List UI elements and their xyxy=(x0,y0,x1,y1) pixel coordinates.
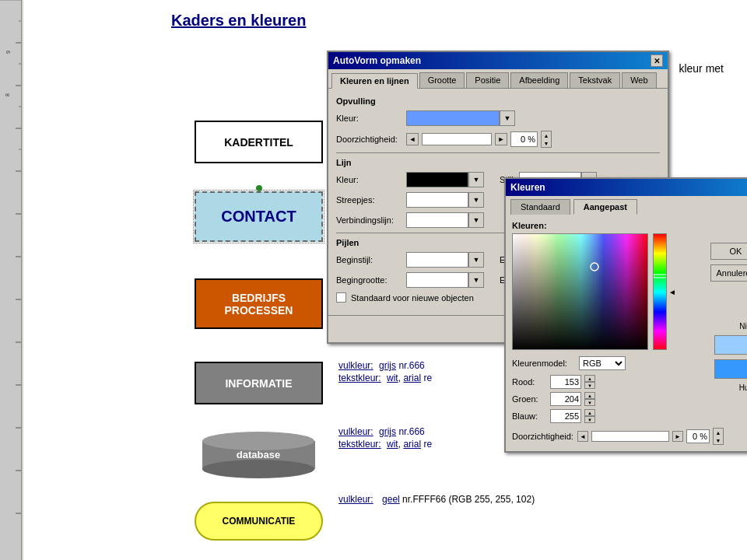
kleuren-doorzichtigheid-label: Doorzichtigheid: xyxy=(512,432,574,441)
beginstijl-control[interactable] xyxy=(406,252,468,268)
kleur-swatch[interactable] xyxy=(406,110,500,126)
blauw-label: Blauw: xyxy=(512,411,547,421)
trans-left-arrow[interactable]: ◄ xyxy=(577,431,588,442)
kleur-label: Kleur: xyxy=(336,114,406,123)
svg-rect-25 xyxy=(513,234,648,350)
tab-aangepast[interactable]: Aangepast xyxy=(573,199,637,215)
kleuren-annuleren-btn[interactable]: Annuleren xyxy=(710,264,747,282)
tab-afbeelding[interactable]: Afbeelding xyxy=(510,72,568,88)
shape-kadertitel[interactable]: KADERTITEL xyxy=(195,121,323,163)
tab-web[interactable]: Web xyxy=(622,72,656,88)
svg-point-21 xyxy=(202,460,314,478)
page-title: Kaders en kleuren xyxy=(171,12,306,29)
streepjes-label: Streepjes: xyxy=(336,195,406,205)
lijn-kleur-label: Kleur: xyxy=(336,175,406,184)
shape-database[interactable]: database xyxy=(198,432,319,478)
trans-spin[interactable]: ▲ ▼ xyxy=(713,428,724,445)
doorzichtigheid-spin[interactable]: ▲ ▼ xyxy=(541,131,552,148)
standaard-label: Standaard voor nieuwe objecten xyxy=(351,293,474,303)
tab-kleuren-lijnen[interactable]: Kleuren en lijnen xyxy=(331,73,418,89)
kleuren-titlebar: Kleuren ✕ xyxy=(506,179,747,196)
trans-right-arrow[interactable]: ► xyxy=(672,431,683,442)
standaard-checkbox[interactable] xyxy=(336,292,346,303)
desc-block-database: vulkleur: grijs nr.666 tekstkleur: wit, … xyxy=(338,426,432,451)
groen-label: Groen: xyxy=(512,394,547,404)
shape-informatie[interactable]: INFORMATIE xyxy=(195,362,323,404)
streepjes-control[interactable] xyxy=(406,192,468,208)
kleur-dropdown[interactable]: ▼ xyxy=(500,110,515,126)
autovorm-close-btn[interactable]: ✕ xyxy=(651,54,663,67)
begingrootte-control[interactable] xyxy=(406,272,468,288)
tab-standaard[interactable]: Standaard xyxy=(510,199,570,215)
doorzichtigheid-label: Doorzichtigheid: xyxy=(336,135,406,144)
tab-positie[interactable]: Positie xyxy=(466,72,509,88)
streepjes-dropdown[interactable]: ▼ xyxy=(468,192,484,208)
rood-label: Rood: xyxy=(512,377,547,387)
kleuren-dialog: Kleuren ✕ Standaard Aangepast Kleuren: xyxy=(504,177,747,453)
kleurenmodel-label: Kleurenmodel: xyxy=(512,359,574,368)
lijn-kleur-swatch[interactable] xyxy=(406,172,468,187)
nieuw-label: Nieuw xyxy=(739,322,747,331)
rood-input[interactable] xyxy=(550,375,581,389)
tab-tekstvak[interactable]: Tekstvak xyxy=(570,72,620,88)
trans-track[interactable] xyxy=(591,431,669,442)
groen-input[interactable] xyxy=(550,392,581,406)
color-gradient-area[interactable] xyxy=(512,233,648,350)
beginstijl-label: Beginstijl: xyxy=(336,255,406,264)
shape-bedrijfs[interactable]: BEDRIJFS PROCESSEN xyxy=(195,278,323,329)
doorzichtigheid-input[interactable]: 0 % xyxy=(510,131,538,147)
svg-text:8: 8 xyxy=(5,93,10,96)
verbindingslijn-label: Verbindingslijn: xyxy=(336,215,406,225)
begingrootte-dropdown[interactable]: ▼ xyxy=(468,272,484,288)
kleur-met-label: kleur met xyxy=(679,62,724,75)
verbindingslijn-dropdown[interactable]: ▼ xyxy=(468,212,484,228)
lijn-label: Lijn xyxy=(336,158,660,167)
svg-text:database: database xyxy=(237,449,280,460)
slider-left-arrow[interactable]: ◄ xyxy=(406,133,419,145)
contact-green-dot xyxy=(256,185,262,191)
autovorm-tabs: Kleuren en lijnen Grootte Positie Afbeel… xyxy=(328,69,668,89)
groen-spin[interactable]: ▲ ▼ xyxy=(584,392,595,406)
swatch-huidig xyxy=(714,359,747,379)
kleuren-ok-btn[interactable]: OK xyxy=(710,243,747,260)
rood-spin[interactable]: ▲ ▼ xyxy=(584,375,595,389)
autovorm-titlebar: AutoVorm opmaken ✕ xyxy=(328,52,668,69)
kleuren-kleuren-label: Kleuren: xyxy=(512,221,747,230)
svg-point-20 xyxy=(202,432,314,450)
blauw-input[interactable] xyxy=(550,409,581,423)
swatch-nieuw xyxy=(714,335,747,355)
tab-grootte[interactable]: Grootte xyxy=(419,72,465,88)
kleuren-tabs: Standaard Aangepast xyxy=(506,196,747,215)
lijn-kleur-dropdown[interactable]: ▼ xyxy=(468,172,484,187)
svg-text:9: 9 xyxy=(5,51,11,54)
begingrootte-label: Begingrootte: xyxy=(336,275,406,285)
shape-communicatie[interactable]: COMMUNICATIE xyxy=(195,502,323,541)
slider-right-arrow[interactable]: ► xyxy=(495,133,507,145)
desc-block-informatie: vulkleur: grijs nr.666 tekstkleur: wit, … xyxy=(338,360,432,385)
trans-input[interactable]: 0 % xyxy=(686,429,710,443)
shape-contact[interactable]: CONTACT xyxy=(195,191,323,242)
ruler-left: 9 8 xyxy=(0,0,22,560)
opvulling-label: Opvulling xyxy=(336,96,660,106)
hue-arrow-btn[interactable]: ◄ xyxy=(668,288,676,296)
blauw-spin[interactable]: ▲ ▼ xyxy=(584,409,595,423)
hue-slider[interactable] xyxy=(653,233,667,350)
slider-track[interactable] xyxy=(422,133,492,145)
huidig-label: Huidig xyxy=(739,383,747,392)
canvas-area: Kaders en kleuren kleur met KADERTITEL C… xyxy=(23,0,747,560)
desc-block-communicatie: vulkleur: geel nr.FFFF66 (RGB 255, 255, … xyxy=(338,494,535,505)
kleurenmodel-select[interactable]: RGB xyxy=(579,356,626,370)
beginstijl-dropdown[interactable]: ▼ xyxy=(468,252,484,268)
svg-rect-27 xyxy=(654,234,667,350)
verbindingslijn-control[interactable] xyxy=(406,212,468,228)
